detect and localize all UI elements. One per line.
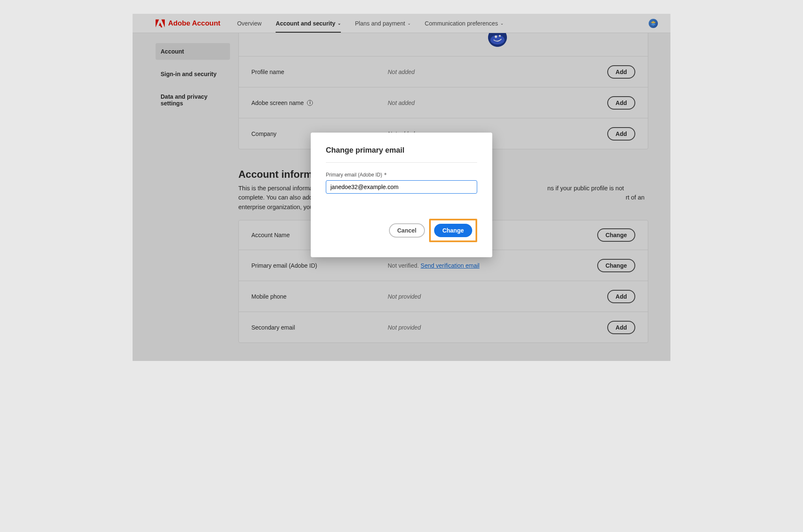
tutorial-highlight: Change (429, 219, 477, 242)
modal-actions: Cancel Change (326, 219, 477, 242)
required-asterisk: * (384, 172, 387, 178)
change-primary-email-modal: Change primary email Primary email (Adob… (311, 133, 492, 257)
modal-title: Change primary email (326, 146, 477, 163)
change-button[interactable]: Change (434, 224, 472, 237)
cancel-button[interactable]: Cancel (389, 223, 425, 238)
primary-email-input[interactable] (326, 180, 477, 194)
modal-field-label: Primary email (Adobe ID)* (326, 172, 477, 178)
